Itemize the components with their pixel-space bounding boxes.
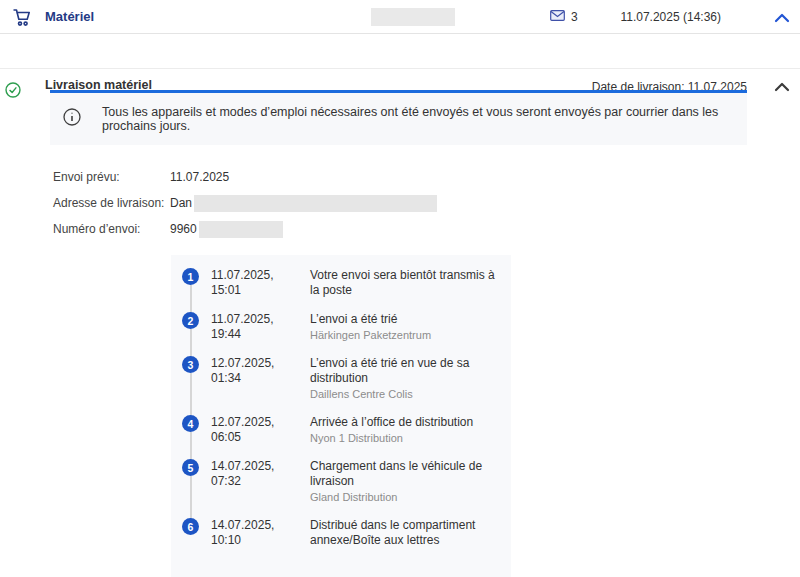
- step-description: Arrivée à l’office de distributionNyon 1…: [310, 415, 495, 445]
- step-marker: 6: [182, 518, 199, 548]
- step-number-badge: 5: [182, 459, 199, 476]
- accordion-header-materiel[interactable]: Matériel 3 11.07.2025 (14:36): [0, 0, 800, 34]
- step-datetime: 12.07.2025,06:05: [211, 415, 298, 445]
- field-value: 9960: [170, 222, 197, 236]
- step-number-badge: 4: [182, 415, 199, 432]
- step-marker: 2: [182, 312, 199, 342]
- envelope-icon: [550, 9, 565, 24]
- timeline-step: 2 11.07.2025,19:44 L’envoi a été triéHär…: [182, 312, 495, 342]
- info-banner: Tous les appareils et modes d’emploi néc…: [50, 90, 747, 145]
- accordion-header-livraison[interactable]: Livraison matériel Date de livraison: 11…: [0, 34, 800, 69]
- step-description: L’envoi a été triéHärkingen Paketzentrum: [310, 312, 495, 342]
- step-marker: 4: [182, 415, 199, 445]
- timeline-step: 5 14.07.2025,07:32 Chargement dans le vé…: [182, 459, 495, 504]
- timeline-step: 6 14.07.2025,10:10 Distribué dans le com…: [182, 518, 495, 548]
- info-banner-text: Tous les appareils et modes d’emploi néc…: [102, 105, 747, 133]
- field-value: 11.07.2025: [170, 170, 229, 184]
- header-date: 11.07.2025 (14:36): [620, 10, 721, 24]
- step-number-badge: 3: [182, 356, 199, 373]
- shopping-cart-icon: [12, 8, 31, 31]
- field-label: Envoi prévu:: [53, 170, 170, 184]
- step-description: Distribué dans le compartiment annexe/Bo…: [310, 518, 495, 548]
- field-label: Numéro d’envoi:: [53, 222, 170, 236]
- redacted-box: [199, 221, 283, 238]
- step-description: Votre envoi sera bientôt transmis à la p…: [310, 268, 495, 298]
- timeline-step: 4 12.07.2025,06:05 Arrivée à l’office de…: [182, 415, 495, 445]
- info-icon: [63, 108, 81, 130]
- shipment-details: Envoi prévu: 11.07.2025 Adresse de livra…: [53, 170, 437, 248]
- step-marker: 1: [182, 268, 199, 298]
- chevron-up-icon[interactable]: [774, 80, 790, 95]
- messages-count: 3: [571, 10, 578, 24]
- step-datetime: 12.07.2025,01:34: [211, 356, 298, 401]
- section-title-materiel: Matériel: [45, 9, 94, 24]
- step-datetime: 14.07.2025,10:10: [211, 518, 298, 548]
- step-datetime: 14.07.2025,07:32: [211, 459, 298, 504]
- step-description: Chargement dans le véhicule de livraison…: [310, 459, 495, 504]
- step-number-badge: 1: [182, 268, 199, 285]
- check-circle-icon: [5, 82, 21, 102]
- timeline-step: 1 11.07.2025,15:01 Votre envoi sera bien…: [182, 268, 495, 298]
- step-location: Härkingen Paketzentrum: [310, 328, 495, 342]
- step-location: Gland Distribution: [310, 490, 495, 504]
- step-description: L’envoi a été trié en vue de sa distribu…: [310, 356, 495, 401]
- timeline-step: 3 12.07.2025,01:34 L’envoi a été trié en…: [182, 356, 495, 401]
- field-envoi-prevu: Envoi prévu: 11.07.2025: [53, 170, 437, 196]
- redacted-box: [371, 8, 455, 26]
- delivery-tracking-page: Matériel 3 11.07.2025 (14:36) Li: [0, 0, 800, 577]
- messages-button[interactable]: 3: [550, 9, 578, 24]
- field-numero-envoi: Numéro d’envoi: 9960: [53, 222, 437, 248]
- step-marker: 5: [182, 459, 199, 504]
- step-number-badge: 6: [182, 518, 199, 535]
- step-datetime: 11.07.2025,19:44: [211, 312, 298, 342]
- step-marker: 3: [182, 356, 199, 401]
- step-location: Daillens Centre Colis: [310, 387, 495, 401]
- field-label: Adresse de livraison:: [53, 196, 170, 210]
- step-number-badge: 2: [182, 312, 199, 329]
- field-value: Dan: [170, 196, 192, 210]
- chevron-up-icon[interactable]: [774, 11, 790, 26]
- step-location: Nyon 1 Distribution: [310, 431, 495, 445]
- redacted-box: [194, 195, 437, 212]
- step-datetime: 11.07.2025,15:01: [211, 268, 298, 298]
- tracking-timeline: 1 11.07.2025,15:01 Votre envoi sera bien…: [171, 255, 511, 577]
- field-adresse-livraison: Adresse de livraison: Dan: [53, 196, 437, 222]
